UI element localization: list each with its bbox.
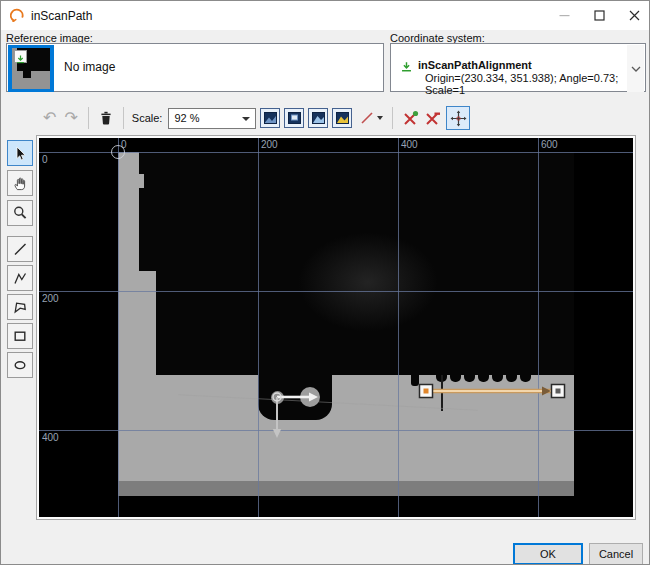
coordinate-system-select[interactable]: inScanPathAlignment Origin=(230.334, 351… [390, 43, 646, 92]
coordinate-axes-marker[interactable] [273, 393, 318, 439]
coordinate-system-name: inScanPathAlignment [418, 59, 532, 71]
actual-size-icon [288, 112, 301, 124]
ellipse-tool-icon [12, 357, 28, 373]
app-icon [10, 8, 25, 23]
scale-value: 92 % [174, 112, 199, 124]
fit-image-button[interactable] [260, 108, 280, 128]
coordinate-system-details: Origin=(230.334, 351.938); Angle=0.73; S… [425, 72, 645, 96]
add-point-icon [402, 110, 419, 127]
close-button[interactable] [617, 1, 650, 29]
fit-image-icon [264, 112, 277, 124]
path-direction-arrowhead [542, 387, 551, 396]
import-icon [14, 50, 27, 63]
maximize-icon [594, 10, 605, 21]
chevron-down-icon [242, 117, 250, 121]
minimize-button[interactable] [547, 1, 582, 29]
no-image-text: No image [64, 44, 115, 91]
maximize-button[interactable] [582, 1, 617, 29]
scale-combobox[interactable]: 92 % [168, 108, 256, 129]
zoom-tool-button[interactable] [7, 200, 33, 226]
line-style-icon [360, 111, 374, 125]
canvas-toolbar: ↶ ↷ Scale: 92 % [39, 105, 470, 131]
pan-tool-button[interactable] [7, 170, 33, 196]
path-handle-end[interactable] [552, 385, 565, 398]
toolbar-separator [88, 107, 89, 129]
delete-button[interactable] [95, 107, 117, 129]
redo-icon[interactable]: ↷ [60, 108, 81, 128]
thumbnail-notch [23, 71, 31, 78]
remove-point-button[interactable] [421, 107, 443, 129]
toolbar-separator [392, 107, 393, 129]
import-icon [400, 61, 413, 74]
fit-width-button[interactable] [308, 108, 328, 128]
reference-thumbnail [12, 48, 50, 89]
fit-height-icon [336, 112, 349, 124]
undo-icon[interactable]: ↶ [39, 108, 60, 128]
minimize-icon [559, 10, 570, 21]
inscanpath-dialog: inScanPath Reference image: No image Coo… [0, 0, 650, 565]
scan-path-line[interactable] [420, 385, 565, 398]
cancel-button[interactable]: Cancel [589, 543, 643, 565]
window-title: inScanPath [31, 9, 92, 23]
select-tool-button[interactable] [7, 140, 33, 166]
rectangle-tool-icon [12, 328, 28, 344]
trash-icon [98, 110, 114, 126]
line-tool-button[interactable] [7, 236, 33, 262]
toolbar-separator [123, 107, 124, 129]
select-tool-icon [12, 145, 28, 162]
scale-label: Scale: [132, 112, 163, 124]
move-origin-button[interactable] [446, 106, 470, 130]
actual-size-button[interactable] [284, 108, 304, 128]
close-icon [629, 10, 640, 21]
fit-height-button[interactable] [332, 108, 352, 128]
remove-point-icon [424, 110, 441, 127]
canvas-viewport: 0 200 400 600 0 200 400 [39, 138, 633, 517]
magnifier-icon [12, 205, 28, 221]
ellipse-tool-button[interactable] [7, 352, 33, 378]
x-axis-arrowhead [309, 393, 318, 402]
reference-image-list[interactable]: No image [6, 43, 384, 92]
chevron-down-icon [631, 66, 641, 72]
fit-width-icon [312, 112, 325, 124]
ok-button-label: OK [540, 548, 556, 560]
ok-button[interactable]: OK [513, 543, 583, 565]
path-handle-start[interactable] [420, 385, 433, 398]
move-origin-icon [450, 110, 467, 127]
titlebar[interactable]: inScanPath [1, 1, 649, 30]
cancel-button-label: Cancel [599, 548, 633, 560]
reference-image-item[interactable] [8, 45, 54, 92]
hand-icon [12, 175, 28, 191]
line-tool-icon [12, 241, 28, 257]
line-style-button[interactable] [356, 107, 386, 129]
polygon-tool-icon [12, 299, 28, 315]
polyline-tool-button[interactable] [7, 265, 33, 291]
add-point-button[interactable] [399, 107, 421, 129]
polyline-tool-icon [12, 270, 28, 286]
coordinate-system-dropdown-button[interactable] [627, 45, 644, 92]
y-axis-arrowhead [273, 429, 281, 438]
chevron-down-icon [377, 116, 383, 120]
polygon-tool-button[interactable] [7, 294, 33, 320]
image-canvas[interactable]: 0 200 400 600 0 200 400 [37, 136, 635, 519]
rectangle-tool-button[interactable] [7, 323, 33, 349]
